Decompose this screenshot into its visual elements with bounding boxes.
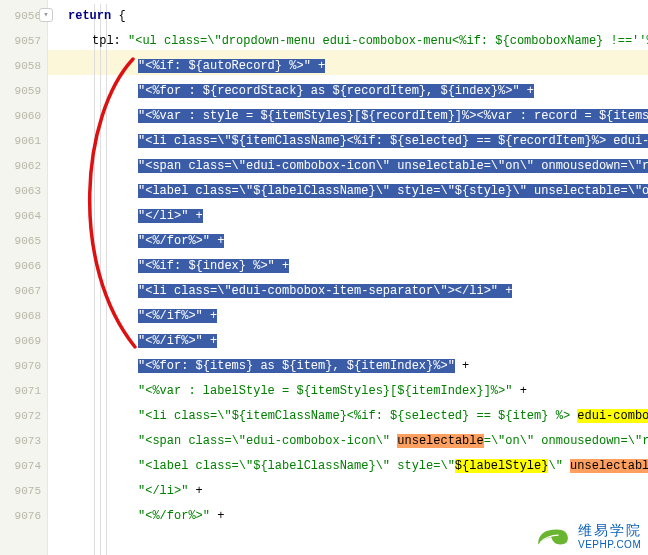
code-line: "<%var : labelStyle = ${itemStyles}[${it… — [68, 379, 648, 404]
line-number: 9066 — [10, 254, 41, 279]
diff-highlight: unselectable — [397, 434, 483, 448]
code-line-selected: "</li>" + — [68, 204, 648, 229]
code-line: "</li>" + — [68, 479, 648, 504]
code-line-selected: "<%/if%>" + — [68, 329, 648, 354]
code-line-selected: "<%/if%>" + — [68, 304, 648, 329]
code-line-selected: "<label class=\"${labelClassName}\" styl… — [68, 179, 648, 204]
watermark-url: VEPHP.COM — [578, 539, 642, 551]
code-line-selected: "<li class=\"${itemClassName}<%if: ${sel… — [68, 129, 648, 154]
line-number: 9062 — [10, 154, 41, 179]
code-line: tpl: "<ul class=\"dropdown-menu edui-com… — [68, 29, 648, 54]
line-number: 9075 — [10, 479, 41, 504]
code-editor[interactable]: 9056▾ 9057 9058 9059 9060 9061 9062 9063… — [0, 0, 648, 555]
code-line-selected: "<%if: ${autoRecord} %>" + — [68, 54, 648, 79]
code-line: "<label class=\"${labelClassName}\" styl… — [68, 454, 648, 479]
line-number: 9056▾ — [10, 4, 41, 29]
line-number: 9064 — [10, 204, 41, 229]
code-line: "<span class=\"edui-combobox-icon\" unse… — [68, 429, 648, 454]
line-number: 9071 — [10, 379, 41, 404]
watermark: 维易学院 VEPHP.COM — [534, 522, 642, 551]
diff-highlight: unselectable — [570, 459, 648, 473]
line-number: 9076 — [10, 504, 41, 529]
line-number-gutter: 9056▾ 9057 9058 9059 9060 9061 9062 9063… — [0, 0, 48, 555]
leaf-icon — [534, 524, 572, 550]
code-line: "<li class=\"${itemClassName}<%if: ${sel… — [68, 404, 648, 429]
diff-highlight: ${labelStyle} — [455, 459, 549, 473]
watermark-title: 维易学院 — [578, 522, 642, 539]
line-number: 9059 — [10, 79, 41, 104]
code-content[interactable]: return { tpl: "<ul class=\"dropdown-menu… — [48, 0, 648, 555]
code-line-selected: "<%var : style = ${itemStyles}[${recordI… — [68, 104, 648, 129]
line-number: 9073 — [10, 429, 41, 454]
line-number: 9067 — [10, 279, 41, 304]
code-line-selected: "<%for : ${recordStack} as ${recordItem}… — [68, 79, 648, 104]
line-number: 9060 — [10, 104, 41, 129]
line-number: 9058 — [10, 54, 41, 79]
line-number: 9072 — [10, 404, 41, 429]
line-number: 9069 — [10, 329, 41, 354]
line-number: 9057 — [10, 29, 41, 54]
line-number: 9061 — [10, 129, 41, 154]
code-line-selected: "<li class=\"edui-combobox-item-separato… — [68, 279, 648, 304]
line-number: 9074 — [10, 454, 41, 479]
code-line: "<%for: ${items} as ${item}, ${itemIndex… — [68, 354, 648, 379]
code-line: return { — [68, 4, 648, 29]
diff-highlight: edui-combobox-checked — [577, 409, 648, 423]
line-number: 9068 — [10, 304, 41, 329]
line-number: 9065 — [10, 229, 41, 254]
code-line-selected: "<%if: ${index} %>" + — [68, 254, 648, 279]
code-line-selected: "<span class=\"edui-combobox-icon\" unse… — [68, 154, 648, 179]
line-number: 9063 — [10, 179, 41, 204]
line-number: 9070 — [10, 354, 41, 379]
code-line-selected: "<%/for%>" + — [68, 229, 648, 254]
